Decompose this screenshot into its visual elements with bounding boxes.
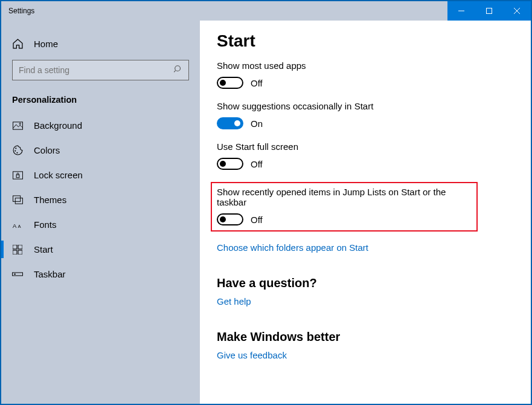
setting-full-screen: Use Start full screen Off — [217, 141, 514, 170]
sidebar-item-colors[interactable]: Colors — [1, 138, 200, 163]
svg-text:A: A — [13, 222, 17, 228]
toggle-suggestions[interactable] — [217, 117, 243, 129]
search-icon — [174, 65, 182, 76]
close-icon — [514, 8, 520, 14]
toggle-jump-lists[interactable] — [217, 213, 243, 225]
svg-point-10 — [16, 152, 18, 154]
window-title: Settings — [1, 1, 447, 21]
svg-line-5 — [174, 71, 176, 73]
close-button[interactable] — [503, 1, 531, 21]
start-icon — [12, 245, 23, 254]
feedback-link[interactable]: Give us feedback — [217, 350, 287, 360]
sidebar: Home Personalization Backgr — [1, 21, 200, 404]
minimize-icon — [458, 8, 464, 14]
sidebar-item-lock-screen[interactable]: Lock screen — [1, 163, 200, 187]
svg-point-7 — [19, 123, 21, 124]
sidebar-item-label: Taskbar — [34, 269, 66, 279]
lock-screen-icon — [12, 171, 23, 180]
home-label: Home — [34, 39, 58, 49]
highlighted-setting: Show recently opened items in Jump Lists… — [211, 182, 478, 232]
svg-rect-11 — [13, 171, 22, 178]
toggle-state: Off — [251, 215, 263, 225]
sidebar-item-label: Colors — [34, 145, 60, 155]
window-title-text: Settings — [8, 7, 34, 15]
toggle-state: On — [251, 118, 263, 129]
svg-rect-14 — [15, 198, 22, 204]
category-label: Personalization — [1, 91, 200, 113]
toggle-state: Off — [251, 78, 263, 88]
svg-rect-20 — [18, 250, 22, 254]
sidebar-item-label: Lock screen — [34, 170, 83, 180]
maximize-icon — [486, 8, 492, 14]
setting-most-used-apps: Show most used apps Off — [217, 60, 514, 89]
svg-rect-18 — [18, 245, 22, 249]
taskbar-icon — [12, 272, 23, 276]
setting-label: Use Start full screen — [217, 141, 514, 152]
svg-rect-17 — [13, 245, 17, 249]
search-field[interactable] — [19, 65, 174, 75]
toggle-state: Off — [251, 159, 263, 169]
sidebar-item-label: Background — [34, 120, 82, 131]
svg-point-4 — [175, 66, 181, 71]
page-title: Start — [217, 31, 514, 51]
sidebar-item-fonts[interactable]: AA Fonts — [1, 212, 200, 237]
themes-icon — [12, 195, 23, 204]
background-icon — [12, 122, 23, 130]
fonts-icon: AA — [12, 221, 23, 229]
setting-label: Show recently opened items in Jump Lists… — [217, 187, 472, 207]
svg-text:A: A — [18, 223, 21, 228]
folders-link[interactable]: Choose which folders appear on Start — [217, 242, 368, 253]
maximize-button[interactable] — [475, 1, 503, 21]
svg-rect-12 — [16, 175, 19, 178]
setting-suggestions: Show suggestions occasionally in Start O… — [217, 101, 514, 129]
titlebar: Settings — [1, 1, 531, 21]
home-icon — [12, 39, 23, 49]
colors-icon — [12, 145, 23, 155]
nav-list: Background Colors Lock screen — [1, 113, 200, 287]
home-button[interactable]: Home — [1, 33, 200, 55]
svg-rect-1 — [487, 8, 492, 14]
help-link[interactable]: Get help — [217, 296, 251, 306]
svg-point-9 — [14, 151, 16, 152]
sidebar-item-label: Themes — [34, 195, 66, 205]
minimize-button[interactable] — [447, 1, 475, 21]
titlebar-controls — [447, 1, 531, 21]
svg-rect-19 — [13, 250, 17, 254]
sidebar-item-label: Start — [34, 244, 53, 254]
svg-point-8 — [15, 147, 16, 149]
question-heading: Have a question? — [217, 276, 514, 290]
toggle-most-used-apps[interactable] — [217, 77, 243, 89]
sidebar-item-label: Fonts — [34, 219, 57, 230]
setting-label: Show most used apps — [217, 60, 514, 71]
sidebar-item-start[interactable]: Start — [1, 237, 200, 262]
better-heading: Make Windows better — [217, 330, 514, 344]
toggle-full-screen[interactable] — [217, 158, 243, 170]
setting-label: Show suggestions occasionally in Start — [217, 101, 514, 111]
sidebar-item-themes[interactable]: Themes — [1, 187, 200, 212]
svg-rect-13 — [13, 196, 20, 201]
sidebar-item-taskbar[interactable]: Taskbar — [1, 262, 200, 287]
search-input[interactable] — [12, 60, 189, 80]
svg-rect-6 — [13, 122, 22, 129]
sidebar-item-background[interactable]: Background — [1, 113, 200, 138]
main-content: Start Show most used apps Off Show sugge… — [200, 21, 531, 404]
